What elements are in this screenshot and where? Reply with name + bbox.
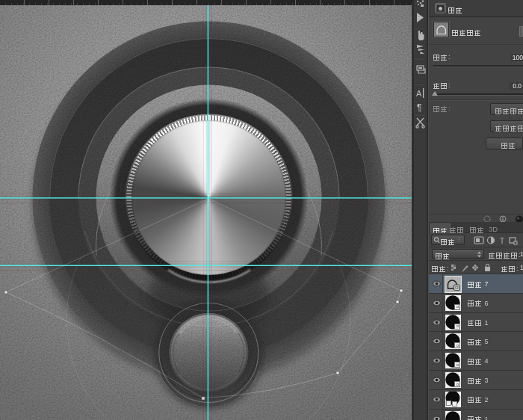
svg-text:100: 100 (234, 5, 241, 10)
svg-text:140: 140 (332, 5, 339, 10)
svg-text:20: 20 (38, 5, 43, 10)
svg-text:160: 160 (382, 5, 389, 10)
svg-text:30: 30 (63, 5, 67, 10)
svg-text:40: 40 (87, 5, 92, 10)
svg-text:¶: ¶ (417, 102, 421, 113)
svg-text:60: 60 (137, 5, 141, 10)
svg-text:90: 90 (211, 5, 215, 10)
svg-text:T: T (500, 237, 504, 245)
svg-text:80: 80 (186, 5, 191, 10)
svg-text:10: 10 (13, 5, 18, 10)
svg-text:50: 50 (112, 5, 117, 10)
svg-text:130: 130 (308, 5, 315, 10)
svg-text:150: 150 (357, 5, 364, 10)
svg-text:120: 120 (283, 5, 290, 10)
svg-text:70: 70 (161, 5, 166, 10)
svg-text:110: 110 (259, 5, 264, 10)
svg-text:A: A (416, 89, 422, 98)
